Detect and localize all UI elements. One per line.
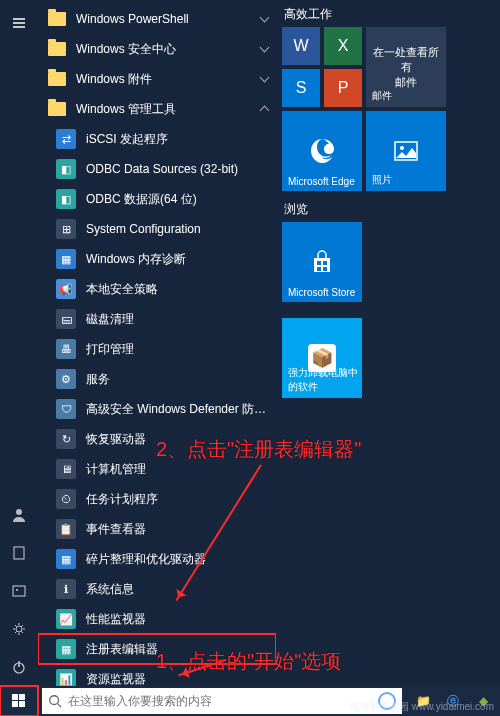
app-icon: ⊞ [56, 219, 76, 239]
documents-button[interactable] [0, 534, 38, 572]
app-icon: 📋 [56, 519, 76, 539]
folder-icon [48, 12, 66, 26]
folder-windows-powershell[interactable]: Windows PowerShell [38, 4, 276, 34]
tool-recovery[interactable]: ↻恢复驱动器 [38, 424, 276, 454]
tool-label: ODBC 数据源(64 位) [86, 191, 197, 208]
app-icon: ▦ [56, 249, 76, 269]
svg-point-8 [400, 146, 404, 150]
svg-rect-2 [13, 586, 25, 596]
mini-tile[interactable]: X [324, 27, 362, 65]
app-icon: ▦ [56, 549, 76, 569]
mail-text: 邮件 [395, 76, 417, 88]
photos-icon [392, 137, 420, 165]
tool-label: 服务 [86, 371, 110, 388]
section-header[interactable]: 浏览 [282, 195, 494, 222]
tool-label: 碎片整理和优化驱动器 [86, 551, 206, 568]
tool-printmgmt[interactable]: 🖶打印管理 [38, 334, 276, 364]
tool-label: 本地安全策略 [86, 281, 158, 298]
mini-tile[interactable]: S [282, 69, 320, 107]
folder-label: Windows 附件 [76, 71, 152, 88]
section-header[interactable]: 高效工作 [282, 0, 494, 27]
taskbar-app[interactable]: ⓔ [440, 688, 466, 714]
tool-label: 事件查看器 [86, 521, 146, 538]
tool-label: 高级安全 Windows Defender 防… [86, 401, 266, 418]
app-icon: 🛡 [56, 399, 76, 419]
svg-point-0 [16, 509, 22, 515]
app-icon: 🖥 [56, 459, 76, 479]
folder-windows-security[interactable]: Windows 安全中心 [38, 34, 276, 64]
tool-label: 资源监视器 [86, 671, 146, 687]
account-button[interactable] [0, 496, 38, 534]
tool-perfmon[interactable]: 📈性能监视器 [38, 604, 276, 634]
app-icon: 📢 [56, 279, 76, 299]
folder-windows-accessories[interactable]: Windows 附件 [38, 64, 276, 94]
store-tile[interactable]: Microsoft Store [282, 222, 362, 302]
tool-sysconfig[interactable]: ⊞System Configuration [38, 214, 276, 244]
start-rail [0, 0, 38, 686]
tool-eventvwr[interactable]: 📋事件查看器 [38, 514, 276, 544]
browser-icon: ⓔ [447, 693, 459, 710]
app-icon: ◧ [56, 159, 76, 179]
search-input[interactable] [68, 694, 372, 708]
pictures-icon [11, 583, 27, 599]
tool-odbc32[interactable]: ◧ODBC Data Sources (32-bit) [38, 154, 276, 184]
user-icon [11, 507, 27, 523]
tool-defrag[interactable]: ▦碎片整理和优化驱动器 [38, 544, 276, 574]
expand-menu-button[interactable] [0, 4, 38, 42]
photos-tile[interactable]: 照片 [366, 111, 446, 191]
mini-tile[interactable]: W [282, 27, 320, 65]
app-icon: 📈 [56, 609, 76, 629]
apps-list[interactable]: Windows PowerShell Windows 安全中心 Windows … [38, 0, 276, 686]
search-box[interactable] [42, 688, 402, 714]
tool-label: 系统信息 [86, 581, 134, 598]
chevron-down-icon [260, 13, 270, 23]
start-menu: Windows PowerShell Windows 安全中心 Windows … [0, 0, 500, 686]
taskbar-app[interactable]: 📁 [410, 688, 436, 714]
mail-text: 在一处查看所有 [373, 46, 439, 73]
app-icon: ⚙ [56, 369, 76, 389]
tool-regedit[interactable]: ▦注册表编辑器 [38, 634, 276, 664]
taskbar: 📁 ⓔ ◆ [0, 686, 500, 716]
tool-odbc64[interactable]: ◧ODBC 数据源(64 位) [38, 184, 276, 214]
cortana-icon[interactable] [378, 692, 396, 710]
tool-label: 任务计划程序 [86, 491, 158, 508]
folder-icon [48, 72, 66, 86]
svg-rect-11 [317, 267, 321, 271]
tool-services[interactable]: ⚙服务 [38, 364, 276, 394]
windows-icon [12, 694, 26, 708]
start-button[interactable] [0, 686, 38, 716]
tool-compmgmt[interactable]: 🖥计算机管理 [38, 454, 276, 484]
app-icon: ⏲ [56, 489, 76, 509]
folder-windows-admin-tools[interactable]: Windows 管理工具 [38, 94, 276, 124]
app-icon: 📊 [56, 669, 76, 686]
tool-defender[interactable]: 🛡高级安全 Windows Defender 防… [38, 394, 276, 424]
gear-icon [11, 621, 27, 637]
chevron-up-icon [260, 106, 270, 116]
tool-label: 打印管理 [86, 341, 134, 358]
taskbar-icons: 📁 ⓔ ◆ [406, 688, 500, 714]
tool-memdiag[interactable]: ▦Windows 内存诊断 [38, 244, 276, 274]
settings-button[interactable] [0, 610, 38, 648]
pictures-button[interactable] [0, 572, 38, 610]
mini-tile[interactable]: P [324, 69, 362, 107]
taskbar-app[interactable]: ◆ [470, 688, 496, 714]
uninstall-tile[interactable]: 📦 强力卸载电脑中的软件 [282, 318, 362, 398]
tool-resmon[interactable]: 📊资源监视器 [38, 664, 276, 686]
svg-rect-10 [323, 261, 327, 265]
folder-icon [48, 42, 66, 56]
tool-sysinfo[interactable]: ℹ系统信息 [38, 574, 276, 604]
power-button[interactable] [0, 648, 38, 686]
edge-icon [306, 135, 338, 167]
app-icon: ▦ [56, 639, 76, 659]
tool-label: 恢复驱动器 [86, 431, 146, 448]
tool-tasksched[interactable]: ⏲任务计划程序 [38, 484, 276, 514]
tiles-panel: 高效工作 W X S P 在一处查看所有邮件 邮件 Microsoft Edge… [276, 0, 500, 686]
app-icon: ⇄ [56, 129, 76, 149]
tile-label: 邮件 [372, 89, 392, 103]
tool-diskclean[interactable]: 🖴磁盘清理 [38, 304, 276, 334]
chevron-down-icon [260, 73, 270, 83]
edge-tile[interactable]: Microsoft Edge [282, 111, 362, 191]
tool-secpol[interactable]: 📢本地安全策略 [38, 274, 276, 304]
mail-tile[interactable]: 在一处查看所有邮件 邮件 [366, 27, 446, 107]
tool-iscsi[interactable]: ⇄iSCSI 发起程序 [38, 124, 276, 154]
